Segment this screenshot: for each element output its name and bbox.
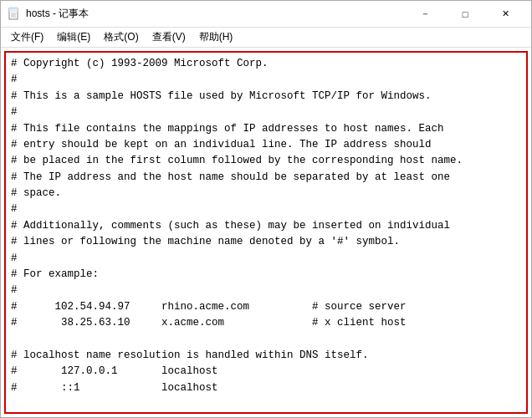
menu-view[interactable]: 查看(V) — [146, 28, 192, 46]
menu-file[interactable]: 文件(F) — [4, 28, 50, 46]
menu-help[interactable]: 帮助(H) — [192, 28, 240, 46]
title-bar: hosts - 记事本 － □ ✕ — [1, 1, 531, 28]
title-bar-controls: － □ ✕ — [406, 4, 524, 24]
maximize-button[interactable]: □ — [446, 4, 484, 24]
editor-scroll-area[interactable]: # Copyright (c) 1993-2009 Microsoft Corp… — [6, 53, 526, 412]
close-button[interactable]: ✕ — [486, 4, 524, 24]
window-title: hosts - 记事本 — [26, 7, 89, 21]
menu-format[interactable]: 格式(O) — [97, 28, 145, 46]
minimize-button[interactable]: － — [406, 4, 444, 24]
menu-edit[interactable]: 编辑(E) — [50, 28, 97, 46]
title-bar-left: hosts - 记事本 — [8, 7, 89, 21]
editor-text[interactable]: # Copyright (c) 1993-2009 Microsoft Corp… — [11, 56, 521, 396]
editor-container: # Copyright (c) 1993-2009 Microsoft Corp… — [4, 51, 528, 414]
notepad-window: hosts - 记事本 － □ ✕ 文件(F) 编辑(E) 格式(O) 查看(V… — [0, 0, 532, 418]
menu-bar: 文件(F) 编辑(E) 格式(O) 查看(V) 帮助(H) — [1, 28, 531, 48]
app-icon — [8, 8, 21, 21]
svg-rect-1 — [9, 8, 18, 12]
content-area: # Copyright (c) 1993-2009 Microsoft Corp… — [1, 48, 531, 417]
